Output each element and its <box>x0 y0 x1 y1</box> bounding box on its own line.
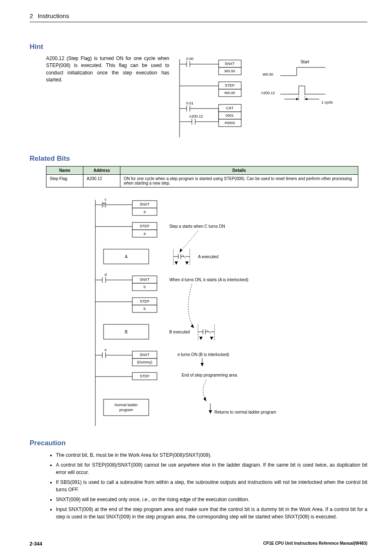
contact-label: 0.00 <box>186 57 194 61</box>
svg-marker-122 <box>209 410 212 414</box>
svg-text:SNXT: SNXT <box>140 278 150 282</box>
svg-text:0001: 0001 <box>226 113 234 118</box>
svg-text:A: A <box>125 254 128 259</box>
step-program-diagram: c SNXT a STEP a Step a starts when C tur… <box>87 196 367 427</box>
svg-text:A executed: A executed <box>198 254 218 259</box>
svg-text:d: d <box>104 273 106 277</box>
svg-marker-117 <box>203 397 206 401</box>
svg-text:W0.00: W0.00 <box>224 69 235 73</box>
svg-text:1 cycle: 1 cycle <box>321 100 333 104</box>
col-details: Details <box>120 166 358 175</box>
section-number: 2 <box>30 12 33 19</box>
svg-text:W0.00: W0.00 <box>263 72 273 76</box>
related-bits-table: Name Address Details Step Flag A200.12 O… <box>46 166 358 187</box>
svg-text:Normal ladder: Normal ladder <box>115 403 138 407</box>
precaution-list: The control bit, B, must be in the Work … <box>30 451 367 520</box>
svg-text:B: B <box>125 330 128 334</box>
svg-text:B executed: B executed <box>169 330 190 334</box>
page-header: 2 Instructions <box>30 12 367 22</box>
svg-rect-118 <box>104 399 149 416</box>
list-item: The control bit, B, must be in the Work … <box>56 451 367 459</box>
svg-text:STEP: STEP <box>140 224 150 228</box>
svg-text:STEP: STEP <box>140 299 150 303</box>
related-bits-section: Related Bits Name Address Details Step F… <box>30 155 367 427</box>
section-title: Instructions <box>38 12 69 19</box>
col-name: Name <box>46 166 83 175</box>
svg-text:#0003: #0003 <box>224 121 235 125</box>
svg-text:c: c <box>105 197 107 201</box>
manual-title: CP1E CPU Unit Instructions Reference Man… <box>263 541 367 547</box>
svg-marker-37 <box>296 98 299 100</box>
svg-text:(Dummy): (Dummy) <box>137 360 152 364</box>
related-heading: Related Bits <box>30 155 367 163</box>
svg-text:e turns ON (B is interlocked): e turns ON (B is interlocked) <box>178 352 229 357</box>
svg-text:STEP: STEP <box>225 83 235 88</box>
list-item: If SBS(091) is used to call a subroutine… <box>56 479 367 493</box>
table-row: Step Flag A200.12 ON for one cycle when … <box>46 175 358 187</box>
precaution-section: Precaution The control bit, B, must be i… <box>30 439 367 520</box>
svg-text:b: b <box>143 307 145 311</box>
svg-text:STEP: STEP <box>140 374 150 378</box>
svg-text:SNXT: SNXT <box>225 62 235 66</box>
svg-text:End of step programming area: End of step programming area <box>182 373 238 377</box>
list-item: SNXT(009) will be executed only once, i.… <box>56 496 367 503</box>
col-address: Address <box>83 166 120 175</box>
svg-marker-70 <box>175 261 178 265</box>
svg-text:a: a <box>143 231 145 236</box>
hint-timing-diagram: Start W0.00 A200.12 1 cycle <box>260 55 334 138</box>
svg-text:a: a <box>143 210 145 214</box>
svg-text:Start: Start <box>300 60 309 64</box>
hint-ladder-diagram: 0.00 SNXT W0.00 STEP W0.00 0. <box>178 55 247 138</box>
svg-text:0.01: 0.01 <box>186 101 194 105</box>
hint-text: A200.12 (Step Flag) is turned ON for one… <box>30 55 169 138</box>
svg-text:Returns to normal ladder progr: Returns to normal ladder program <box>214 410 276 414</box>
svg-text:CNT: CNT <box>226 106 234 110</box>
list-item: Input SNXT(009) at the end of the step p… <box>56 506 367 520</box>
page-footer: 2-344 CP1E CPU Unit Instructions Referen… <box>30 541 367 547</box>
list-item: A control bit for STEP(008)/SNXT(009) ca… <box>56 461 367 476</box>
svg-text:When d turns ON, b starts (A i: When d turns ON, b starts (A is interloc… <box>169 278 248 282</box>
svg-text:SNXT: SNXT <box>140 202 150 206</box>
svg-text:A200.12: A200.12 <box>261 91 275 95</box>
page-number: 2-344 <box>30 541 42 547</box>
svg-text:W0.00: W0.00 <box>224 91 235 95</box>
svg-text:e: e <box>104 348 106 352</box>
precaution-heading: Precaution <box>30 439 367 447</box>
svg-marker-112 <box>201 363 204 366</box>
cell-details: ON for one cycle when a step program is … <box>120 175 358 187</box>
cell-name: Step Flag <box>46 175 83 187</box>
svg-text:A200.12: A200.12 <box>189 114 203 118</box>
hint-section: Hint A200.12 (Step Flag) is turned ON fo… <box>30 43 367 138</box>
cell-address: A200.12 <box>83 175 120 187</box>
svg-marker-87 <box>191 324 194 328</box>
svg-text:SNXT: SNXT <box>140 353 150 357</box>
svg-marker-71 <box>185 261 189 265</box>
svg-marker-99 <box>199 337 203 340</box>
svg-marker-58 <box>180 248 182 252</box>
svg-marker-39 <box>305 98 307 100</box>
svg-marker-100 <box>210 337 213 340</box>
svg-text:program: program <box>119 408 133 412</box>
hint-heading: Hint <box>30 43 367 51</box>
svg-text:b: b <box>143 285 145 289</box>
svg-text:Step a starts when C turns ON: Step a starts when C turns ON <box>169 224 225 229</box>
